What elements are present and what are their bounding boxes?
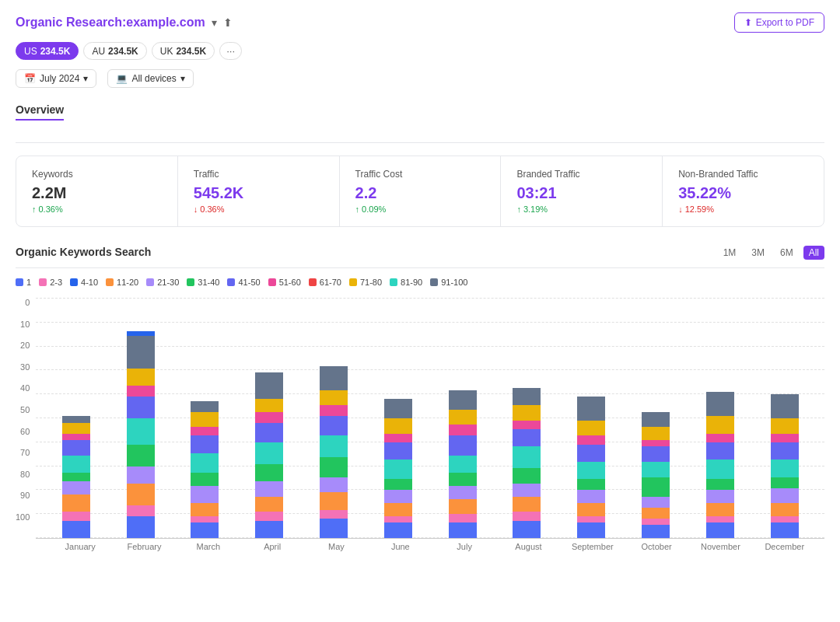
bar-segment xyxy=(642,525,670,538)
bar-segment xyxy=(255,464,283,481)
legend-label: 51-60 xyxy=(279,278,301,287)
export-icon: ⬆ xyxy=(744,17,752,28)
time-all[interactable]: All xyxy=(803,246,824,260)
title-domain: example.com xyxy=(126,16,205,29)
bar-segment xyxy=(255,512,283,520)
metric-keywords-label: Keywords xyxy=(32,169,162,180)
bar-segment xyxy=(642,440,670,446)
device-icon: 💻 xyxy=(116,73,128,84)
legend-item: 31-40 xyxy=(187,278,219,287)
legend-item: 51-60 xyxy=(268,278,301,287)
bar-segment xyxy=(384,503,412,516)
y-axis-label: 50 xyxy=(20,405,30,414)
bar-stack xyxy=(449,390,477,538)
metric-traffic: Traffic 545.2K ↓ 0.36% xyxy=(178,156,340,226)
bar-segment xyxy=(384,490,412,503)
time-3m[interactable]: 3M xyxy=(746,246,770,260)
overview-section: Overview Keywords 2.2M ↑ 0.36% Traffic 5… xyxy=(16,103,824,227)
bar-stack xyxy=(513,388,541,538)
bar-segment xyxy=(771,460,799,477)
bar-stack xyxy=(255,372,283,538)
bar-segment xyxy=(642,519,670,525)
x-axis-label: May xyxy=(304,542,368,551)
metric-cost-value: 2.2 xyxy=(355,184,485,202)
dropdown-icon[interactable]: ▾ xyxy=(212,16,217,29)
bar-segment xyxy=(384,434,412,442)
bar-segment xyxy=(127,336,155,369)
bar-segment xyxy=(127,445,155,466)
metric-branded-value: 03:21 xyxy=(516,184,646,202)
y-axis-label: 90 xyxy=(20,491,30,500)
bar-segment xyxy=(577,421,605,436)
x-axis-label: March xyxy=(177,542,240,551)
device-label: All devices xyxy=(131,73,176,84)
bar-segment xyxy=(255,423,283,442)
bar-stack xyxy=(771,394,799,538)
bar-segment xyxy=(320,510,348,519)
bar-segment xyxy=(191,503,219,516)
export-button[interactable]: ⬆ Export to PDF xyxy=(734,12,824,33)
title-static: Organic Research: xyxy=(16,16,126,29)
bar-stack xyxy=(384,399,412,538)
bar-segment xyxy=(449,473,477,486)
date-filter[interactable]: 📅 July 2024 ▾ xyxy=(16,69,96,88)
bar-stack xyxy=(191,401,219,538)
metric-branded-change: ↑ 3.19% xyxy=(516,204,646,214)
time-6m[interactable]: 6M xyxy=(775,246,799,260)
bar-segment xyxy=(384,522,412,538)
bar-segment xyxy=(577,435,605,444)
chart-area: 1009080706050403020100 JanuaryFebruaryMa… xyxy=(16,298,824,551)
time-1m[interactable]: 1M xyxy=(718,246,742,260)
share-icon[interactable]: ⬆ xyxy=(223,16,233,29)
bar-segment xyxy=(191,486,219,503)
bar-segment xyxy=(191,522,219,538)
bar-segment xyxy=(320,416,348,435)
bar-segment xyxy=(384,516,412,522)
bar-segment xyxy=(642,477,670,497)
down-arrow-icon: ↓ xyxy=(194,204,198,214)
country-tab-au[interactable]: AU 234.5K xyxy=(83,42,146,60)
country-tab-us[interactable]: US 234.5K xyxy=(16,42,79,60)
bar-segment xyxy=(771,477,799,488)
bar-group xyxy=(443,298,483,538)
legend-label: 2-3 xyxy=(50,278,62,287)
filter-bar: 📅 July 2024 ▾ 💻 All devices ▾ xyxy=(16,69,824,88)
bar-segment xyxy=(320,519,348,538)
bar-segment xyxy=(255,497,283,512)
bar-segment xyxy=(577,479,605,490)
metric-cost-label: Traffic Cost xyxy=(355,169,485,180)
bar-segment xyxy=(513,421,541,429)
y-axis-label: 70 xyxy=(20,448,30,457)
legend-color xyxy=(227,278,235,286)
bar-segment xyxy=(642,462,670,477)
metric-traffic-change: ↓ 0.36% xyxy=(194,204,324,214)
metric-traffic-label: Traffic xyxy=(194,169,324,180)
chart-legend: 12-34-1011-2021-3031-4041-5051-6061-7071… xyxy=(16,278,824,287)
bar-segment xyxy=(513,497,541,512)
bar-segment xyxy=(449,486,477,499)
page-header: Organic Research:example.com ▾ ⬆ ⬆ Expor… xyxy=(16,12,824,33)
x-axis-label: February xyxy=(112,542,176,551)
more-countries-button[interactable]: ··· xyxy=(219,42,242,60)
y-axis-label: 60 xyxy=(20,427,30,436)
bar-segment xyxy=(771,418,799,434)
bar-group xyxy=(56,298,96,538)
bar-segment xyxy=(771,488,799,504)
x-axis-label: January xyxy=(48,542,112,551)
metric-keywords-change: ↑ 0.36% xyxy=(32,204,162,214)
bar-stack xyxy=(577,397,605,538)
bar-stack xyxy=(320,366,348,538)
x-axis-label: June xyxy=(369,542,432,551)
country-tab-uk[interactable]: UK 234.5K xyxy=(152,42,215,60)
bar-segment xyxy=(449,522,477,538)
bar-segment xyxy=(706,503,734,516)
legend-label: 31-40 xyxy=(198,278,219,287)
bar-segment xyxy=(127,466,155,484)
country-count-au: 234.5K xyxy=(108,46,138,57)
device-filter[interactable]: 💻 All devices ▾ xyxy=(107,69,193,88)
bar-stack xyxy=(706,392,734,538)
bar-segment xyxy=(513,405,541,421)
bar-segment xyxy=(449,514,477,522)
bar-segment xyxy=(706,392,734,416)
metrics-row: Keywords 2.2M ↑ 0.36% Traffic 545.2K ↓ 0… xyxy=(16,156,824,227)
